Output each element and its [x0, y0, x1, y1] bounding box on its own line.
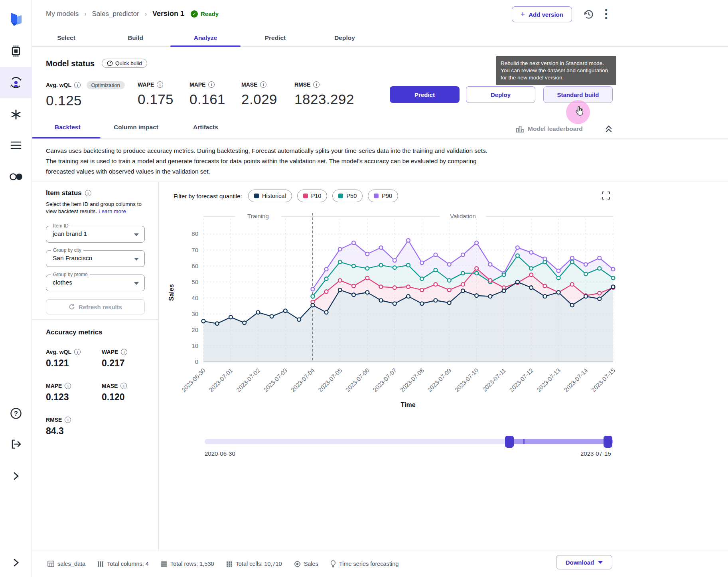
breadcrumb: My models › Sales_predictor › Version 1 …: [46, 10, 219, 18]
metric-rmse: RMSEi 1823.292: [294, 81, 354, 107]
table-icon: [47, 561, 54, 567]
chip-p50[interactable]: P50: [332, 190, 363, 202]
group-by-city-select[interactable]: Group by city San Francisco: [46, 250, 145, 267]
info-icon[interactable]: i: [313, 81, 320, 88]
version-history-button[interactable]: [583, 9, 594, 20]
fullscreen-icon: [602, 191, 610, 200]
info-icon[interactable]: i: [74, 349, 81, 355]
item-status-helper: Select the item ID and group columns to …: [46, 201, 148, 215]
svg-text:0: 0: [195, 358, 198, 365]
chip-p10[interactable]: P10: [297, 190, 328, 202]
subtab-backtest[interactable]: Backtest: [55, 124, 81, 131]
group-by-promo-select[interactable]: Group by promo clothes: [46, 275, 145, 291]
chevron-down-icon: [134, 258, 139, 261]
info-icon[interactable]: i: [121, 349, 127, 355]
help-button[interactable]: ?: [0, 404, 32, 423]
metric-mase: MASEi 2.029: [241, 81, 277, 107]
info-icon[interactable]: i: [65, 383, 71, 389]
info-icon[interactable]: i: [208, 81, 215, 88]
tab-deploy[interactable]: Deploy: [310, 29, 379, 47]
svg-text:2023-07-07: 2023-07-07: [371, 367, 398, 393]
svg-text:2023-07-02: 2023-07-02: [235, 367, 261, 393]
kebab-menu-button[interactable]: •••: [605, 8, 608, 20]
svg-text:2023-07-08: 2023-07-08: [399, 367, 425, 393]
time-range-slider-selection[interactable]: [509, 439, 613, 444]
problem-type: Time series forecasting: [330, 560, 399, 567]
collapse-panel-button[interactable]: [605, 124, 613, 133]
acc-rmse: RMSEi 84.3: [46, 416, 71, 437]
lightbulb-icon: [330, 560, 336, 567]
gauge-icon: [107, 60, 113, 66]
sidebar-expand-button[interactable]: [0, 466, 32, 486]
tab-select[interactable]: Select: [32, 29, 101, 47]
refresh-results-button[interactable]: Refresh results: [46, 299, 145, 314]
info-icon[interactable]: i: [74, 82, 81, 88]
content-top-border: [32, 182, 728, 182]
check-icon: ✓: [191, 10, 198, 18]
deploy-button[interactable]: Deploy: [466, 86, 535, 103]
metric-avg-wql: Avg. wQLi Optimization 0.125: [46, 81, 125, 109]
download-button[interactable]: Download: [556, 555, 612, 569]
learn-more-link[interactable]: Learn more: [99, 208, 126, 214]
backtest-description: Canvas uses backtesting to produce accur…: [46, 146, 616, 177]
slider-start-label: 2020-06-30: [205, 450, 235, 457]
tab-predict[interactable]: Predict: [241, 29, 310, 47]
hand-cursor-icon: [575, 106, 584, 117]
subtab-column-impact[interactable]: Column impact: [114, 124, 158, 131]
svg-text:10: 10: [191, 342, 198, 349]
tab-analyze[interactable]: Analyze: [170, 29, 241, 47]
dataset-name[interactable]: sales_data: [47, 561, 85, 567]
acc-avg-wql: Avg. wQLi 0.121: [46, 348, 81, 369]
acc-mape: MAPEi 0.123: [46, 382, 71, 403]
active-tab-underline: [170, 45, 241, 47]
footer-expand-button[interactable]: [0, 553, 32, 572]
info-icon[interactable]: i: [157, 81, 163, 88]
refresh-icon: [69, 304, 75, 310]
chip-historical[interactable]: Historical: [248, 190, 292, 202]
app-window: ? My models › Sales_predictor › Version …: [0, 0, 728, 577]
svg-text:2023-07-06: 2023-07-06: [344, 367, 371, 393]
info-icon[interactable]: i: [65, 417, 71, 423]
breadcrumb-model[interactable]: Sales_predictor: [92, 10, 139, 18]
model-leaderboard-button[interactable]: Model leaderboard: [516, 125, 583, 132]
total-columns: Total columns: 4: [97, 561, 149, 567]
chip-p90[interactable]: P90: [368, 190, 398, 202]
subtab-artifacts[interactable]: Artifacts: [193, 124, 218, 131]
p10-swatch: [303, 194, 308, 198]
slider-handle-right[interactable]: [604, 436, 612, 448]
footer-bar: sales_data Total columns: 4 Total rows: …: [32, 551, 728, 577]
predict-button[interactable]: Predict: [390, 86, 460, 103]
item-id-select[interactable]: Item ID jean brand 1: [46, 226, 145, 243]
sidebar-item-generate[interactable]: [0, 105, 32, 124]
metric-mape: MAPEi 0.161: [189, 81, 225, 107]
chevron-right-icon: [12, 558, 20, 567]
sidebar-item-models-active[interactable]: [0, 73, 32, 92]
info-icon[interactable]: i: [260, 81, 266, 88]
sidebar-item-list[interactable]: [0, 136, 32, 155]
total-rows: Total rows: 1,530: [161, 561, 214, 567]
info-icon[interactable]: i: [120, 383, 127, 389]
svg-text:Validation: Validation: [450, 213, 476, 219]
acc-wape: WAPEi 0.217: [102, 348, 127, 369]
svg-text:2023-07-14: 2023-07-14: [562, 367, 589, 393]
total-cells: Total cells: 10,710: [226, 561, 282, 567]
subtab-bar-border: [32, 138, 728, 139]
add-version-button[interactable]: + Add version: [512, 6, 572, 22]
sidebar-item-datasets[interactable]: [0, 41, 32, 61]
fullscreen-button[interactable]: [602, 191, 610, 200]
sidebar-item-compare[interactable]: [0, 167, 32, 186]
slider-handle-left[interactable]: [505, 436, 514, 448]
info-icon[interactable]: i: [85, 190, 91, 196]
chevron-down-icon: [134, 282, 139, 285]
x-axis-title: Time: [400, 401, 415, 409]
forecast-chart[interactable]: TrainingValidation010203040506070802023-…: [158, 207, 626, 425]
acc-mase: MASEi 0.120: [102, 382, 127, 403]
history-icon: [583, 9, 594, 20]
slider-tick: [523, 439, 525, 444]
canvas-logo-icon[interactable]: [0, 10, 32, 29]
tab-build[interactable]: Build: [101, 29, 170, 47]
two-circles-icon: [9, 172, 23, 181]
model-training-icon: [9, 76, 23, 89]
logout-button[interactable]: [0, 435, 32, 454]
breadcrumb-my-models[interactable]: My models: [46, 10, 79, 18]
